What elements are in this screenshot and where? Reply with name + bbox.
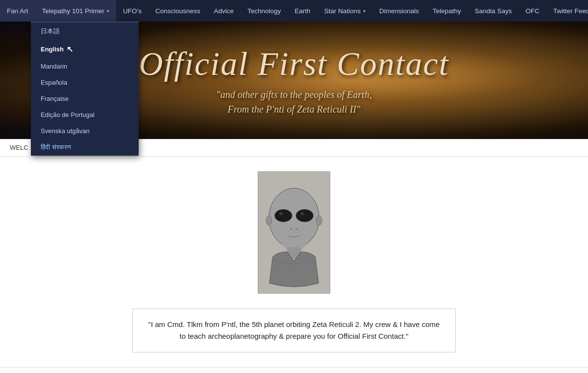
bottom-line [0, 367, 588, 373]
hero-subtitle: "and other gifts to the peoples of Earth… [216, 87, 371, 117]
nav-item-technology[interactable]: Technology [241, 0, 288, 22]
nav-item-twitter-feed[interactable]: Twitter Feed [546, 0, 588, 22]
nav-item-telepathy-primer[interactable]: Telepathy 101 Primer ▾ [35, 0, 117, 22]
alien-image [258, 171, 330, 294]
nav-item-consciousness[interactable]: Consciousness [148, 0, 207, 22]
svg-point-8 [295, 228, 298, 230]
svg-point-3 [275, 210, 293, 222]
dropdown-item-espanola[interactable]: Española [31, 74, 139, 91]
nav-item-ofc[interactable]: OFC [519, 0, 547, 22]
nav-item-advice[interactable]: Advice [207, 0, 241, 22]
svg-point-7 [290, 228, 293, 230]
dropdown-item-swedish[interactable]: Svenska utgåvan [31, 123, 139, 139]
nav-item-dimensionals[interactable]: Dimensionals [372, 0, 426, 22]
nav-item-fan-art[interactable]: Fan Art [0, 0, 35, 22]
svg-point-5 [279, 212, 283, 215]
main-content: "I am Cmd. Tlkm from P'ntl, the 5th plan… [0, 157, 588, 367]
nav-item-ufos[interactable]: UFO's [116, 0, 148, 22]
hero-title: Official First Contact [139, 45, 449, 83]
dropdown-item-francaise[interactable]: Française [31, 91, 139, 107]
svg-point-9 [266, 215, 272, 225]
main-navigation: Fan Art Telepathy 101 Primer ▾ UFO's Con… [0, 0, 588, 22]
alien-drawing [258, 171, 330, 294]
dropdown-item-hindi[interactable]: हिंदी संस्करण [31, 139, 139, 156]
dropdown-item-portuguese[interactable]: Edição de Portugal [31, 107, 139, 123]
dropdown-item-japanese[interactable]: 日本語 [31, 23, 139, 40]
quote-box: "I am Cmd. Tlkm from P'ntl, the 5th plan… [132, 308, 456, 352]
dropdown-item-english[interactable]: English ↖ [31, 40, 139, 58]
dropdown-arrow-icon: ▾ [107, 8, 109, 14]
nav-item-earth[interactable]: Earth [288, 0, 317, 22]
svg-point-10 [316, 215, 322, 225]
quote-text: "I am Cmd. Tlkm from P'ntl, the 5th plan… [148, 320, 440, 340]
nav-item-sandia-says[interactable]: Sandia Says [468, 0, 519, 22]
svg-point-6 [300, 212, 304, 215]
star-nations-arrow-icon: ▾ [363, 8, 366, 14]
nav-item-star-nations[interactable]: Star Nations ▾ [318, 0, 372, 22]
dropdown-item-mandarin[interactable]: Mandarin [31, 58, 139, 74]
svg-point-4 [296, 210, 314, 222]
telepathy-primer-dropdown: 日本語 English ↖ Mandarin Española Français… [31, 22, 139, 156]
cursor-icon: ↖ [67, 45, 73, 54]
nav-item-telepathy[interactable]: Telepathy [426, 0, 468, 22]
